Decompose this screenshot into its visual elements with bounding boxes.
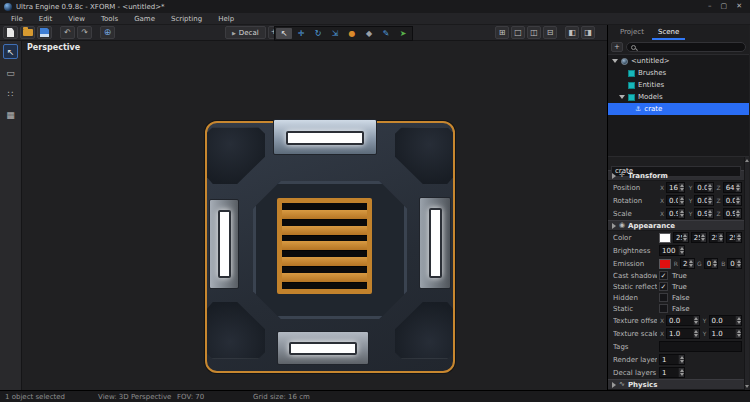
emission-swatch[interactable] [659,259,671,269]
spinner[interactable] [688,259,694,268]
spinner[interactable] [678,196,684,205]
spinner[interactable] [735,233,741,242]
face-tool-button[interactable]: ▭ [3,65,18,80]
close-button[interactable]: ✕ [736,0,742,13]
spinner[interactable] [707,209,713,218]
texture-scale-x-field[interactable]: 1.0 [666,328,700,339]
spinner[interactable] [717,233,723,242]
move-tool-button[interactable]: ✛ [293,28,309,39]
static-reflection-checkbox[interactable]: ✓ [659,282,668,291]
color-r-field[interactable]: 255 [673,232,689,243]
menu-edit[interactable]: Edit [32,13,60,25]
decal-layers-field[interactable]: 1 [659,367,685,378]
redo-button[interactable]: ↷ [77,26,92,39]
spinner[interactable] [735,209,741,218]
position-y-field[interactable]: 0.0 [694,182,713,193]
tags-field[interactable] [659,341,742,352]
spinner[interactable] [693,329,699,338]
position-z-field[interactable]: 64.0 [723,182,742,193]
properties-scrollbar[interactable] [744,157,749,390]
section-physics[interactable]: ∿ Physics [608,379,744,390]
decal-dropdown[interactable]: ▶ Decal [225,26,266,39]
texture-offset-x-field[interactable]: 0.0 [666,315,700,326]
spinner[interactable] [693,316,699,325]
scroll-down-icon[interactable] [745,385,749,388]
cast-shadows-checkbox[interactable]: ✓ [659,271,668,280]
layout-quad-button[interactable]: ⊞ [495,26,509,39]
open-button[interactable] [20,26,35,39]
save-button[interactable] [37,26,52,39]
rotation-z-field[interactable]: 0.0 [723,195,742,206]
section-appearance[interactable]: ◉ Appearance [608,220,744,231]
rotation-x-field[interactable]: 0.0 [666,195,685,206]
paint-tool-button[interactable]: ✎ [378,28,394,39]
emission-g-field[interactable]: 0 [704,258,719,269]
tab-scene[interactable]: Scene [652,28,685,40]
spinner[interactable] [678,246,684,255]
menu-game[interactable]: Game [127,13,162,25]
crate-model[interactable] [197,107,463,383]
emission-r-field[interactable]: 255 [680,258,695,269]
spinner[interactable] [678,183,684,192]
tree-item-root[interactable]: <untitled> [608,55,749,67]
static-checkbox[interactable] [659,304,668,313]
tree-item-crate[interactable]: ⚓ crate [608,103,749,115]
tree-item-entities[interactable]: Entities [608,79,749,91]
texture-offset-y-field[interactable]: 0.0 [709,315,743,326]
spinner[interactable] [707,183,713,192]
color-a-field[interactable]: 255 [726,232,742,243]
layout-right-button[interactable]: ◨ [581,26,595,39]
spinner[interactable] [711,259,717,268]
rotation-y-field[interactable]: 0.0 [694,195,713,206]
scene-search-box[interactable] [626,42,746,52]
spinner[interactable] [700,233,706,242]
menu-tools[interactable]: Tools [94,13,125,25]
emission-b-field[interactable]: 0 [727,258,742,269]
color-g-field[interactable]: 255 [691,232,707,243]
tree-item-models[interactable]: Models [608,91,749,103]
color-swatch[interactable] [659,233,671,243]
add-entity-button[interactable]: + [611,42,623,52]
menu-scripting[interactable]: Scripting [164,13,209,25]
tab-project[interactable]: Project [614,28,650,40]
scale-z-field[interactable]: 0.98 [723,208,742,219]
viewport-3d[interactable]: Perspective [22,41,607,390]
expander-icon[interactable] [619,95,625,99]
menu-view[interactable]: View [61,13,92,25]
spinner[interactable] [735,329,741,338]
vertex-tool-button[interactable]: ∷ [3,86,18,101]
layout-left-button[interactable]: ◧ [565,26,579,39]
menu-help[interactable]: Help [211,13,241,25]
sphere-tool-button[interactable]: ● [344,28,360,39]
spinner[interactable] [735,259,741,268]
spinner[interactable] [678,368,684,377]
world-button[interactable]: ⊕ [100,26,115,39]
spinner[interactable] [682,233,688,242]
play-tool-button[interactable]: ➤ [395,28,411,39]
spinner[interactable] [678,209,684,218]
spinner[interactable] [678,355,684,364]
spinner[interactable] [707,196,713,205]
new-file-button[interactable] [3,26,18,39]
color-b-field[interactable]: 255 [709,232,725,243]
spinner[interactable] [735,196,741,205]
brightness-field[interactable]: 100 [659,245,685,256]
layout-vsplit-button[interactable]: ◫ [527,26,541,39]
layout-hsplit-button[interactable]: ⊟ [543,26,557,39]
hidden-checkbox[interactable] [659,293,668,302]
scene-search-input[interactable] [639,43,741,51]
minimize-button[interactable]: – [708,0,712,13]
texture-scale-y-field[interactable]: 1.0 [709,328,743,339]
tree-item-brushes[interactable]: Brushes [608,67,749,79]
rotate-tool-button[interactable]: ↻ [310,28,326,39]
layout-single-button[interactable]: □ [511,26,525,39]
scale-x-field[interactable]: 0.98 [666,208,685,219]
spinner[interactable] [735,316,741,325]
scroll-up-icon[interactable] [745,159,749,162]
mesh-tool-button[interactable]: ◆ [361,28,377,39]
undo-button[interactable]: ↶ [60,26,75,39]
scale-tool-button[interactable]: ⇲ [327,28,343,39]
menu-file[interactable]: File [4,13,30,25]
texture-tool-button[interactable]: ▦ [3,107,18,122]
position-x-field[interactable]: 16.0 [666,182,685,193]
